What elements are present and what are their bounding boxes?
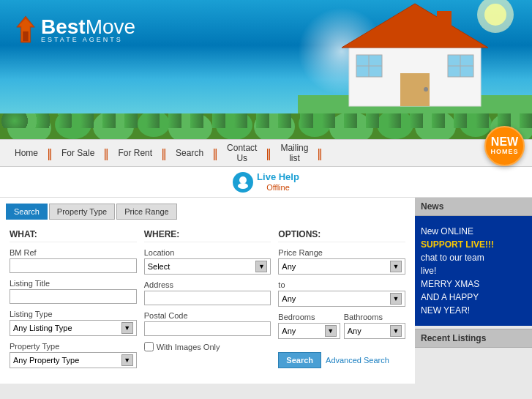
news-line3: chat to our team <box>421 253 484 263</box>
svg-point-26 <box>329 113 373 139</box>
listing-type-select[interactable]: Any Listing Type ▼ <box>10 320 137 336</box>
nav-home[interactable]: Home <box>7 148 45 158</box>
news-line6: AND A HAPPY <box>421 292 479 302</box>
new-badge-label: NEW <box>491 136 518 148</box>
tab-property-type[interactable]: Property Type <box>49 204 115 220</box>
live-help-icon <box>233 172 253 193</box>
svg-point-24 <box>254 113 295 139</box>
with-images-checkbox[interactable] <box>144 342 154 351</box>
bedrooms-field: Bedrooms Any ▼ <box>278 313 340 339</box>
svg-point-20 <box>93 113 134 139</box>
nav-for-rent[interactable]: For Rent <box>110 148 160 158</box>
nav-sep-2: ‖ <box>103 146 109 160</box>
logo-subtitle: ESTATE AGENTS <box>41 36 135 43</box>
price-to-label: to <box>278 280 405 289</box>
nav-for-sale[interactable]: For Sale <box>54 148 102 158</box>
news-line5: MERRY XMAS <box>421 279 479 289</box>
trees-strip <box>0 113 532 139</box>
postal-code-field: Postal Code <box>144 311 271 336</box>
listing-type-field: Listing Type Any Listing Type ▼ <box>10 310 137 336</box>
bedrooms-arrow: ▼ <box>325 325 337 337</box>
logo: BestMove ESTATE AGENTS <box>15 15 135 44</box>
svg-rect-6 <box>437 11 452 37</box>
property-type-label: Property Type <box>10 342 137 351</box>
price-from-select[interactable]: Any ▼ <box>278 258 405 275</box>
what-heading: WHAT: <box>10 229 137 242</box>
price-to-field: to Any ▼ <box>278 280 405 307</box>
property-type-field: Property Type Any Property Type ▼ <box>10 342 137 368</box>
location-arrow: ▼ <box>255 261 267 272</box>
property-type-select[interactable]: Any Property Type ▼ <box>10 352 137 368</box>
options-heading: OPTIONS: <box>278 229 405 242</box>
where-column: WHERE: Location Select ▼ Address Po <box>144 229 271 374</box>
nav-sep-1: ‖ <box>47 146 53 160</box>
nav-mailing[interactable]: Mailinglist <box>273 143 315 164</box>
what-column: WHAT: BM Ref Listing Title Listing Type … <box>10 229 137 374</box>
bed-bath-row: Bedrooms Any ▼ Bathrooms Any <box>278 313 405 345</box>
new-badge-sub: HOMES <box>490 148 518 155</box>
nav-contact[interactable]: ContactUs <box>220 143 264 164</box>
svg-point-31 <box>239 176 247 184</box>
bathrooms-arrow: ▼ <box>390 325 402 337</box>
advanced-search-link[interactable]: Advanced Search <box>326 356 389 365</box>
tab-price-range[interactable]: Price Range <box>116 204 177 220</box>
where-heading: WHERE: <box>144 229 271 242</box>
logo-text: BestMove ESTATE AGENTS <box>41 15 135 43</box>
postal-code-input[interactable] <box>144 321 271 336</box>
with-images-field: With Images Only <box>144 342 271 351</box>
search-button[interactable]: Search <box>278 352 321 368</box>
price-to-select[interactable]: Any ▼ <box>278 291 405 307</box>
nav-sep-3: ‖ <box>161 146 167 160</box>
location-select[interactable]: Select ▼ <box>144 258 271 275</box>
search-panel: Search Property Type Price Range WHAT: B… <box>0 198 415 384</box>
offline-label: Offline <box>266 183 290 192</box>
header: BestMove ESTATE AGENTS <box>0 0 532 113</box>
price-range-label: Price Range <box>278 248 405 257</box>
bathrooms-select[interactable]: Any ▼ <box>344 323 405 339</box>
logo-icon <box>15 15 37 44</box>
bedrooms-select[interactable]: Any ▼ <box>278 323 340 339</box>
news-line1: New ONLINE <box>421 226 473 236</box>
bm-ref-input[interactable] <box>10 258 137 273</box>
svg-point-18 <box>7 113 51 139</box>
new-homes-badge[interactable]: NEW HOMES <box>484 133 525 174</box>
search-form: WHAT: BM Ref Listing Title Listing Type … <box>6 225 409 378</box>
price-from-arrow: ▼ <box>390 261 402 272</box>
svg-point-32 <box>238 183 248 189</box>
search-tabs: Search Property Type Price Range <box>6 204 409 220</box>
live-help-bar: Live Help Offline <box>0 167 532 198</box>
news-line2: SUPPORT LIVE!!! <box>421 239 494 250</box>
postal-code-label: Postal Code <box>144 311 271 320</box>
news-content: New ONLINE SUPPORT LIVE!!! chat to our t… <box>415 216 532 326</box>
with-images-label: With Images Only <box>157 343 220 351</box>
bm-ref-label: BM Ref <box>10 248 137 257</box>
location-field: Location Select ▼ <box>144 248 271 275</box>
news-line7: NEW YEAR! <box>421 305 470 316</box>
svg-rect-2 <box>23 31 29 41</box>
svg-point-16 <box>484 4 506 26</box>
svg-point-23 <box>216 113 252 139</box>
house-illustration <box>298 0 532 113</box>
sidebar: News New ONLINE SUPPORT LIVE!!! chat to … <box>415 198 532 384</box>
listing-title-field: Listing Title <box>10 279 137 304</box>
options-column: OPTIONS: Price Range Any ▼ to Any <box>278 229 405 374</box>
address-label: Address <box>144 280 271 289</box>
news-line4: live! <box>421 266 436 276</box>
location-label: Location <box>144 248 271 257</box>
news-header: News <box>415 198 532 216</box>
main-layout: Search Property Type Price Range WHAT: B… <box>0 198 532 384</box>
price-to-arrow: ▼ <box>390 293 402 305</box>
svg-point-8 <box>424 87 428 92</box>
nav-sep-5: ‖ <box>266 146 271 160</box>
nav-sep-4: ‖ <box>212 146 218 160</box>
address-field: Address <box>144 280 271 305</box>
bedrooms-label: Bedrooms <box>278 313 340 321</box>
nav-search[interactable]: Search <box>168 148 211 158</box>
listing-title-input[interactable] <box>10 289 137 304</box>
listing-title-label: Listing Title <box>10 279 137 288</box>
address-input[interactable] <box>144 291 271 305</box>
bathrooms-label: Bathrooms <box>344 313 405 321</box>
tab-search[interactable]: Search <box>6 204 48 220</box>
nav-sep-6: ‖ <box>317 146 323 160</box>
live-help-text-block: Live Help Offline <box>257 171 299 193</box>
